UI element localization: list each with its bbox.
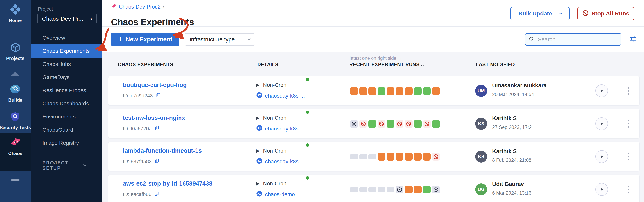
run-passed[interactable] xyxy=(414,120,422,128)
rail-label-builds: Builds xyxy=(8,98,22,103)
sidebar-item-chaos-experiments[interactable]: Chaos Experiments xyxy=(30,44,102,58)
col-header-recent-runs[interactable]: RECENT EXPERIMENT RUNS xyxy=(349,62,423,67)
rail-item-security-tests[interactable]: Security Tests xyxy=(0,111,30,130)
run-failed[interactable] xyxy=(368,87,376,95)
run-experiment-button[interactable] xyxy=(595,117,608,130)
sidebar-item-environments[interactable]: Environments xyxy=(30,110,102,123)
experiment-name-link[interactable]: aws-ec2-stop-by-id-1658947438 xyxy=(123,180,212,187)
page-title: Chaos Experiments xyxy=(111,17,194,27)
run-failed[interactable] xyxy=(405,186,412,194)
run-passed[interactable] xyxy=(423,87,431,95)
run-failed[interactable] xyxy=(414,186,422,194)
sidebar-menu: Overview Chaos Experiments ChaosHubs Gam… xyxy=(30,31,102,171)
sidebar-item-chaoshubs[interactable]: ChaosHubs xyxy=(30,58,102,71)
experiment-row: aws-ec2-stop-by-id-1658947438 ID: eacafb… xyxy=(108,174,640,202)
sidebar-item-resilience-probes[interactable]: Resilience Probes xyxy=(30,84,102,97)
rail-collapse-toggle[interactable] xyxy=(0,72,30,76)
module-rail: Home Projects Builds Security Tests xyxy=(0,0,30,202)
filter-icon[interactable] xyxy=(629,35,638,44)
experiment-name-link[interactable]: test-nw-loss-on-nginx xyxy=(123,114,185,122)
run-passed[interactable] xyxy=(387,120,394,128)
kubernetes-icon xyxy=(256,125,262,132)
run-failed[interactable] xyxy=(360,87,367,95)
bulk-update-button[interactable]: Bulk Update xyxy=(510,7,570,20)
infrastructure: chaos-demo xyxy=(256,190,295,198)
copy-icon[interactable] xyxy=(156,92,161,99)
run-passed[interactable] xyxy=(432,120,440,128)
row-menu-button[interactable] xyxy=(626,85,631,97)
run-passed[interactable] xyxy=(368,120,376,128)
rail-item-chaos[interactable]: Chaos xyxy=(0,137,30,156)
row-menu-button[interactable] xyxy=(626,151,631,162)
chevron-down-icon xyxy=(248,37,251,40)
rail-item-projects[interactable]: Projects xyxy=(0,42,30,61)
sidebar-item-chaos-dashboards[interactable]: Chaos Dashboards xyxy=(30,97,102,110)
schedule-label: Non-Cron xyxy=(263,115,286,121)
sidebar-item-overview[interactable]: Overview xyxy=(30,31,102,44)
infrastructure-link[interactable]: chaosday-k8s-... xyxy=(265,158,305,165)
run-failed[interactable] xyxy=(396,153,404,161)
run-failed[interactable] xyxy=(405,153,412,161)
run-failed[interactable] xyxy=(387,87,394,95)
sidebar-item-chaosguard[interactable]: ChaosGuard xyxy=(30,123,102,136)
play-triangle-icon: ▶ xyxy=(256,181,260,186)
sidebar-item-label: Chaos Experiments xyxy=(42,48,90,54)
row-menu-button[interactable] xyxy=(626,118,631,130)
infrastructure-type-select[interactable]: Infrastructure type xyxy=(184,33,255,46)
run-failed[interactable] xyxy=(405,87,412,95)
infrastructure-link[interactable]: chaosday-k8s-... xyxy=(265,93,305,99)
last-modified-user: Udit Gaurav xyxy=(492,181,524,187)
run-stopped[interactable] xyxy=(396,186,404,194)
rail-item-home[interactable]: Home xyxy=(0,4,30,23)
infrastructure-link[interactable]: chaosday-k8s-... xyxy=(265,126,305,132)
run-error[interactable] xyxy=(378,120,385,128)
run-stopped[interactable] xyxy=(432,186,440,194)
run-error[interactable] xyxy=(360,120,367,128)
run-experiment-button[interactable] xyxy=(595,84,608,97)
run-failed[interactable] xyxy=(396,87,404,95)
experiment-row: lambda-function-timeout-1s ID: 837f4583 … xyxy=(108,142,640,171)
new-experiment-button[interactable]: + New Experiment xyxy=(111,33,179,46)
recent-runs xyxy=(350,142,440,172)
recent-runs xyxy=(350,109,440,138)
chaos-logo-icon xyxy=(111,4,116,10)
rail-item-builds[interactable]: Builds xyxy=(0,84,30,103)
play-triangle-icon: ▶ xyxy=(256,82,260,88)
col-header-last-modified: LAST MODIFIED xyxy=(476,62,515,67)
run-passed[interactable] xyxy=(423,186,431,194)
run-experiment-button[interactable] xyxy=(595,150,608,163)
run-error[interactable] xyxy=(432,153,440,161)
rail-label-projects: Projects xyxy=(6,56,24,61)
row-menu-button[interactable] xyxy=(626,184,631,195)
run-failed[interactable] xyxy=(414,153,422,161)
run-error[interactable] xyxy=(423,120,431,128)
experiment-name-link[interactable]: lambda-function-timeout-1s xyxy=(123,147,202,154)
run-failed[interactable] xyxy=(350,87,358,95)
run-failed[interactable] xyxy=(378,153,385,161)
run-error[interactable] xyxy=(405,120,412,128)
run-failed[interactable] xyxy=(387,153,394,161)
experiment-name-link[interactable]: boutique-cart-cpu-hog xyxy=(123,82,187,88)
sidebar-item-label: Overview xyxy=(42,35,65,41)
infra-connected-dot xyxy=(306,110,309,114)
breadcrumb-project-link[interactable]: Chaos-Dev-Prod2 xyxy=(119,4,160,10)
run-passed[interactable] xyxy=(414,87,422,95)
infrastructure-link[interactable]: chaos-demo xyxy=(265,191,295,198)
copy-icon[interactable] xyxy=(154,158,160,165)
search-input[interactable] xyxy=(537,36,618,43)
run-stopped[interactable] xyxy=(350,120,358,128)
run-failed[interactable] xyxy=(423,153,431,161)
sidebar-item-image-registry[interactable]: Image Registry xyxy=(30,136,102,150)
run-error[interactable] xyxy=(396,120,404,128)
run-passed[interactable] xyxy=(378,87,385,95)
project-selector[interactable]: Chaos-Dev-Pr... › xyxy=(38,14,96,24)
run-failed[interactable] xyxy=(432,87,440,95)
project-setup-toggle[interactable]: PROJECT SETUP xyxy=(30,155,102,171)
rail-bottom-handle[interactable] xyxy=(11,180,20,180)
copy-icon[interactable] xyxy=(154,191,160,198)
stop-all-runs-button[interactable]: Stop All Runs xyxy=(577,7,634,20)
copy-icon[interactable] xyxy=(154,125,160,132)
sidebar-item-gamedays[interactable]: GameDays xyxy=(30,71,102,84)
run-experiment-button[interactable] xyxy=(595,183,608,196)
chevron-down-icon[interactable] xyxy=(559,12,562,15)
